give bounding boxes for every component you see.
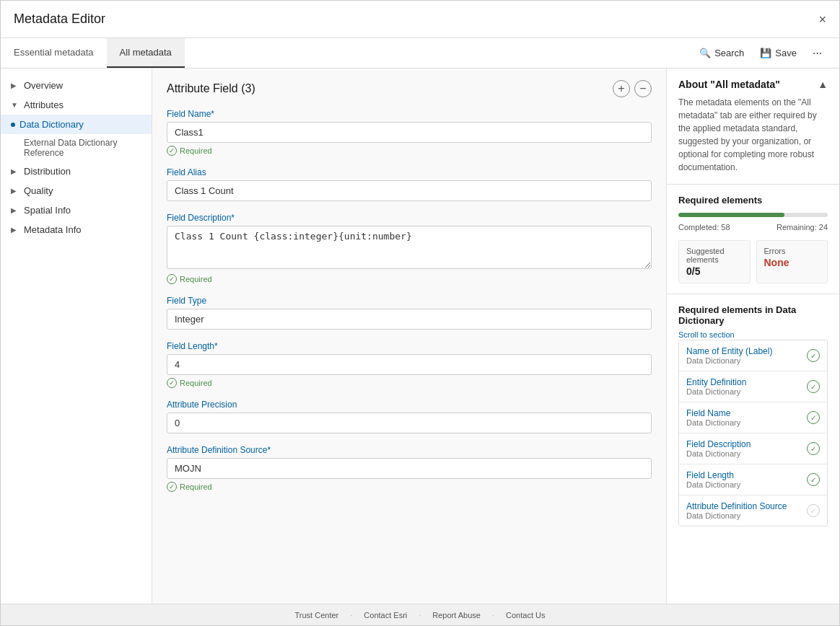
footer-contact-us[interactable]: Contact Us [506, 611, 545, 620]
field-alias-group: Field Alias [167, 167, 652, 201]
main-layout: ▶ Overview ▼ Attributes Data Dictionary … [1, 69, 839, 604]
required-dict-heading: Required elements in Data Dictionary [678, 304, 828, 326]
field-length-input[interactable] [167, 354, 652, 375]
attr-precision-group: Attribute Precision [167, 400, 652, 433]
required-check-icon: ✓ [167, 146, 177, 156]
dict-list: Name of Entity (Label) Data Dictionary ✓… [678, 340, 828, 526]
save-button[interactable]: 💾 Save [754, 45, 802, 61]
close-button[interactable]: × [818, 13, 826, 26]
check-icon-4: ✓ [807, 473, 820, 486]
dict-item-entity-def: Entity Definition Data Dictionary ✓ [679, 371, 827, 402]
attr-def-source-group: Attribute Definition Source* ✓ Required [167, 445, 652, 492]
right-panel: About "All metadata" ▲ The metadata elem… [666, 69, 839, 604]
field-type-input[interactable] [167, 309, 652, 330]
field-type-group: Field Type [167, 296, 652, 330]
center-content: Attribute Field (3) + − Field Name* ✓ Re… [152, 69, 666, 604]
dict-item-field-desc: Field Description Data Dictionary ✓ [679, 433, 827, 464]
field-description-label: Field Description* [167, 213, 652, 223]
attr-def-source-label: Attribute Definition Source* [167, 445, 652, 455]
about-title: About "All metadata" [678, 79, 780, 90]
tab-bar-actions: 🔍 Search 💾 Save ⋯ [694, 45, 839, 61]
sidebar-item-quality[interactable]: ▶ Quality [1, 181, 152, 200]
field-description-group: Field Description* Class 1 Count {class:… [167, 213, 652, 284]
more-button[interactable]: ⋯ [807, 45, 828, 61]
sidebar-item-data-dictionary[interactable]: Data Dictionary [1, 115, 152, 134]
field-length-group: Field Length* ✓ Required [167, 341, 652, 388]
sidebar-item-spatial-info[interactable]: ▶ Spatial Info [1, 200, 152, 220]
field-alias-label: Field Alias [167, 167, 652, 177]
title-bar: Metadata Editor × [1, 1, 839, 38]
completed-label: Completed: 58 [678, 223, 730, 232]
required-dict-section: Required elements in Data Dictionary Scr… [667, 294, 839, 604]
active-dot [11, 123, 15, 127]
field-length-required: ✓ Required [167, 378, 652, 388]
check-icon-1: ✓ [807, 380, 820, 393]
collapse-icon[interactable]: ▲ [818, 79, 828, 90]
errors-box: Errors None [756, 240, 828, 283]
required-check-icon-2: ✓ [167, 274, 177, 284]
dict-item-attr-def-src: Attribute Definition Source Data Diction… [679, 495, 827, 526]
progress-labels: Completed: 58 Remaining: 24 [678, 223, 828, 232]
field-description-required: ✓ Required [167, 274, 652, 284]
check-icon-2: ✓ [807, 411, 820, 424]
attribute-controls: + − [613, 80, 652, 97]
field-type-label: Field Type [167, 296, 652, 306]
check-icon-3: ✓ [807, 442, 820, 455]
sidebar-item-ext-data-dict[interactable]: External Data Dictionary Reference [1, 134, 152, 162]
remaining-label: Remaining: 24 [776, 223, 828, 232]
tab-list: Essential metadata All metadata [1, 38, 185, 68]
search-button[interactable]: 🔍 Search [694, 45, 750, 61]
tab-all-metadata[interactable]: All metadata [107, 38, 185, 68]
field-name-group: Field Name* ✓ Required [167, 109, 652, 156]
progress-bar-fill [678, 213, 784, 217]
tab-bar: Essential metadata All metadata 🔍 Search… [1, 38, 839, 69]
save-icon: 💾 [760, 48, 771, 58]
chevron-down-icon: ▼ [11, 101, 21, 109]
field-length-label: Field Length* [167, 341, 652, 351]
suggested-label: Suggested elements [686, 247, 743, 264]
ellipsis-icon: ⋯ [813, 48, 822, 58]
footer-contact-esri[interactable]: Contact Esri [364, 611, 407, 620]
remove-attribute-button[interactable]: − [634, 80, 652, 97]
about-section: About "All metadata" ▲ The metadata elem… [667, 69, 839, 185]
required-elements-section: Required elements Completed: 58 Remainin… [667, 185, 839, 294]
suggested-errors-row: Suggested elements 0/5 Errors None [678, 240, 828, 283]
chevron-right-icon-meta: ▶ [11, 226, 21, 234]
footer-trust-center[interactable]: Trust Center [295, 611, 339, 620]
chevron-right-icon: ▶ [11, 81, 21, 89]
dict-item-name-entity: Name of Entity (Label) Data Dictionary ✓ [679, 340, 827, 371]
scroll-to-section-link[interactable]: Scroll to section [678, 330, 735, 339]
about-header: About "All metadata" ▲ [678, 79, 828, 90]
sidebar-item-attributes[interactable]: ▼ Attributes [1, 95, 152, 115]
attr-def-source-input[interactable] [167, 458, 652, 479]
suggested-value: 0/5 [686, 265, 743, 277]
chevron-right-icon-dist: ▶ [11, 167, 21, 175]
footer-report-abuse[interactable]: Report Abuse [432, 611, 481, 620]
sidebar: ▶ Overview ▼ Attributes Data Dictionary … [1, 69, 152, 604]
sidebar-item-metadata-info[interactable]: ▶ Metadata Info [1, 220, 152, 239]
field-alias-input[interactable] [167, 180, 652, 201]
errors-label: Errors [764, 247, 821, 255]
attr-precision-input[interactable] [167, 413, 652, 433]
chevron-right-icon-spat: ▶ [11, 206, 21, 214]
attribute-field-title: Attribute Field (3) [167, 82, 255, 95]
dict-item-field-length: Field Length Data Dictionary ✓ [679, 464, 827, 495]
suggested-box: Suggested elements 0/5 [678, 240, 751, 283]
about-description: The metadata elements on the "All metada… [678, 96, 828, 174]
tab-essential[interactable]: Essential metadata [1, 38, 107, 68]
required-check-icon-4: ✓ [167, 482, 177, 492]
field-name-input[interactable] [167, 122, 652, 143]
check-icon-0: ✓ [807, 349, 820, 362]
chevron-right-icon-qual: ▶ [11, 187, 21, 195]
field-description-input[interactable]: Class 1 Count {class:integer}{unit:numbe… [167, 226, 652, 269]
field-name-required: ✓ Required [167, 146, 652, 156]
add-attribute-button[interactable]: + [613, 80, 630, 97]
errors-value: None [764, 257, 821, 268]
sidebar-item-distribution[interactable]: ▶ Distribution [1, 162, 152, 181]
attr-precision-label: Attribute Precision [167, 400, 652, 410]
required-elements-heading: Required elements [678, 195, 828, 206]
required-check-icon-3: ✓ [167, 378, 177, 388]
field-name-label: Field Name* [167, 109, 652, 119]
footer: Trust Center · Contact Esri · Report Abu… [1, 604, 839, 625]
sidebar-item-overview[interactable]: ▶ Overview [1, 76, 152, 95]
